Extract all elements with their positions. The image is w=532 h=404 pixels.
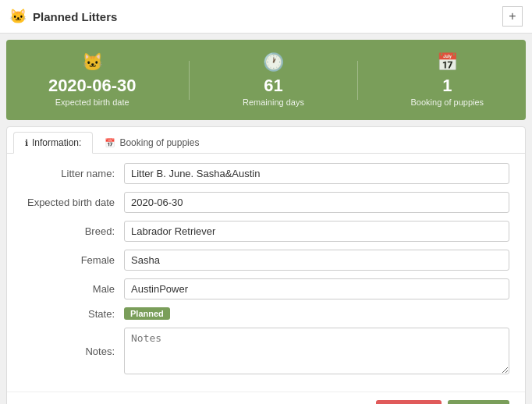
bookings-label: Booking of puppies — [411, 97, 484, 107]
app-icon: 🐱 — [9, 8, 27, 25]
form-actions: ✕ Cancel 💾 Save — [7, 392, 525, 404]
tab-booking-label: Booking of puppies — [119, 137, 199, 148]
birth-date-label: Expected birth date — [55, 97, 129, 107]
clock-icon: 🕐 — [243, 52, 304, 73]
form-row-female: Female — [23, 250, 509, 271]
label-female: Female — [23, 254, 124, 266]
form-row-notes: Notes: — [23, 328, 509, 374]
status-badge: Planned — [124, 307, 170, 320]
tabs-bar: ℹ Information: 📅 Booking of puppies — [7, 127, 525, 154]
input-breed[interactable] — [124, 221, 509, 242]
booking-tab-icon: 📅 — [105, 138, 115, 148]
title-bar: 🐱 Planned Litters + — [0, 0, 532, 34]
label-birth-date: Expected birth date — [23, 197, 124, 208]
label-notes: Notes: — [23, 346, 124, 357]
bookings-value: 1 — [411, 76, 484, 96]
form-row-state: State: Planned — [23, 307, 509, 320]
cancel-button[interactable]: ✕ Cancel — [376, 400, 442, 404]
input-birth-date[interactable] — [124, 192, 509, 213]
form-area: Litter name: Expected birth date Breed: … — [7, 154, 525, 392]
form-row-male: Male — [23, 278, 509, 299]
cat-icon: 🐱 — [48, 52, 137, 73]
info-icon: ℹ — [25, 138, 28, 148]
input-female[interactable] — [124, 250, 509, 271]
birth-date-value: 2020-06-30 — [48, 76, 137, 96]
input-male[interactable] — [124, 278, 509, 299]
tab-information[interactable]: ℹ Information: — [13, 132, 93, 154]
calendar-icon: 📅 — [411, 52, 484, 73]
app-title: Planned Litters — [33, 10, 117, 23]
label-state: State: — [23, 308, 124, 320]
input-notes[interactable] — [124, 328, 509, 374]
label-breed: Breed: — [23, 225, 124, 237]
main-window: 🐱 Planned Litters + 🐱 2020-06-30 Expecte… — [0, 0, 532, 404]
form-row-breed: Breed: — [23, 221, 509, 242]
label-litter-name: Litter name: — [23, 168, 124, 179]
remaining-days-label: Remaining days — [243, 97, 304, 107]
input-litter-name[interactable] — [124, 163, 509, 184]
stat-divider-1 — [189, 61, 190, 100]
remaining-days-value: 61 — [243, 76, 304, 96]
form-row-birth-date: Expected birth date — [23, 192, 509, 213]
save-button[interactable]: 💾 Save — [448, 400, 509, 404]
stat-divider-2 — [357, 61, 358, 100]
tab-booking[interactable]: 📅 Booking of puppies — [93, 132, 211, 154]
tab-information-label: Information: — [32, 137, 81, 148]
title-bar-left: 🐱 Planned Litters — [9, 8, 117, 25]
title-add-button[interactable]: + — [502, 6, 523, 27]
stat-birth-date: 🐱 2020-06-30 Expected birth date — [48, 52, 137, 108]
stat-bookings: 📅 1 Booking of puppies — [411, 52, 484, 108]
stats-bar: 🐱 2020-06-30 Expected birth date 🕐 61 Re… — [6, 40, 526, 120]
content-area: ℹ Information: 📅 Booking of puppies Litt… — [6, 126, 526, 404]
label-male: Male — [23, 283, 124, 295]
stat-remaining-days: 🕐 61 Remaining days — [243, 52, 304, 108]
form-row-litter-name: Litter name: — [23, 163, 509, 184]
